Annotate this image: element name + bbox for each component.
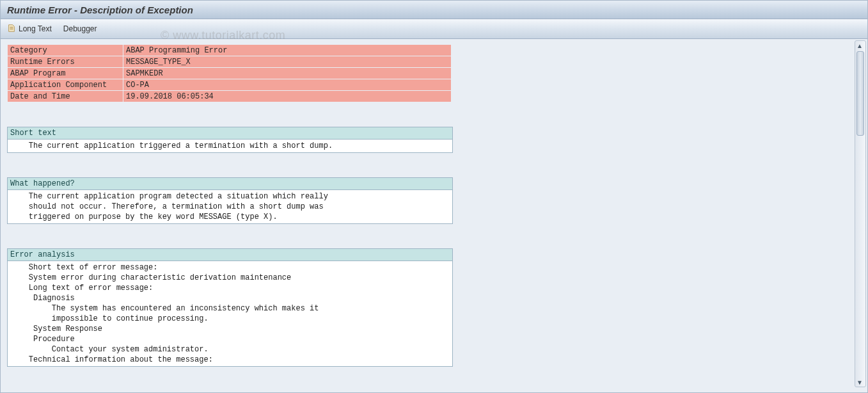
section-error-analysis: Error analysis Short text of error messa… [7, 248, 453, 367]
app-window: Runtime Error - Description of Exception… [0, 0, 868, 393]
info-table: CategoryABAP Programming ErrorRuntime Er… [7, 44, 452, 102]
section-body: The current application program detected… [8, 190, 452, 223]
info-label: Runtime Errors [8, 56, 123, 68]
table-row: Application ComponentCO-PA [8, 79, 452, 91]
section-body: The current application triggered a term… [8, 140, 452, 152]
section-head: Error analysis [8, 249, 452, 261]
debugger-button[interactable]: Debugger [63, 24, 97, 33]
scroll-up-arrow-icon[interactable]: ▲ [855, 41, 864, 50]
info-label: Category [8, 45, 123, 56]
text-line: The system has encountered an inconsiste… [8, 303, 452, 314]
page-title: Runtime Error - Description of Exception [7, 4, 193, 15]
text-line: The current application triggered a term… [8, 141, 452, 151]
text-line: Procedure [8, 334, 452, 344]
info-label: Application Component [8, 79, 123, 91]
debugger-label: Debugger [63, 24, 97, 33]
text-line: triggered on purpose by the key word MES… [8, 212, 452, 222]
table-row: ABAP ProgramSAPMKEDR [8, 68, 452, 79]
table-row: Runtime ErrorsMESSAGE_TYPE_X [8, 56, 452, 68]
content-area: CategoryABAP Programming ErrorRuntime Er… [1, 39, 867, 393]
section-what-happened: What happened? The current application p… [7, 177, 453, 224]
info-value: 19.09.2018 06:05:34 [123, 91, 452, 102]
text-line: Long text of error message: [8, 283, 452, 293]
section-short-text: Short text The current application trigg… [7, 127, 453, 153]
scroll-thumb[interactable] [856, 51, 864, 136]
text-line: System error during characteristic deriv… [8, 273, 452, 283]
inner-content: CategoryABAP Programming ErrorRuntime Er… [7, 44, 455, 367]
scroll-down-arrow-icon[interactable]: ▼ [855, 378, 864, 387]
scroll-region: CategoryABAP Programming ErrorRuntime Er… [7, 44, 851, 389]
section-head: What happened? [8, 178, 452, 190]
long-text-button[interactable]: Long Text [7, 24, 52, 35]
section-head: Short text [8, 127, 452, 140]
text-line: Short text of error message: [8, 262, 452, 273]
text-line: System Response [8, 324, 452, 334]
scroll-icon [7, 24, 16, 35]
text-line: Diagnosis [8, 293, 452, 303]
text-line: impossible to continue processing. [8, 314, 452, 324]
info-label: ABAP Program [8, 68, 123, 79]
table-row: Date and Time19.09.2018 06:05:34 [8, 91, 452, 102]
long-text-label: Long Text [19, 24, 52, 33]
text-line: The current application program detected… [8, 191, 452, 202]
text-line: Contact your system administrator. [8, 344, 452, 355]
info-value: SAPMKEDR [123, 68, 452, 79]
info-value: CO-PA [123, 79, 452, 91]
toolbar: Long Text Debugger [1, 19, 867, 39]
info-value: ABAP Programming Error [123, 45, 452, 56]
section-body: Short text of error message: System erro… [8, 261, 452, 366]
info-label: Date and Time [8, 91, 123, 102]
vertical-scrollbar[interactable]: ▲ ▼ [855, 40, 866, 387]
table-row: CategoryABAP Programming Error [8, 45, 452, 56]
text-line: should not occur. Therefore, a terminati… [8, 202, 452, 212]
text-line: Technical information about the message: [8, 355, 452, 365]
info-value: MESSAGE_TYPE_X [123, 56, 452, 68]
title-bar: Runtime Error - Description of Exception [1, 1, 867, 19]
